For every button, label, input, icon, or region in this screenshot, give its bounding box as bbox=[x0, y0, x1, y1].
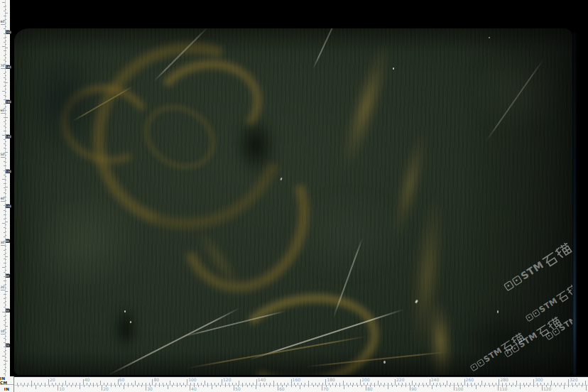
ruler-tick bbox=[5, 48, 8, 48]
slab-texture-dark-patch bbox=[447, 305, 561, 375]
ruler-tick bbox=[263, 383, 264, 385]
ruler-tick bbox=[5, 266, 6, 267]
ruler-tick bbox=[4, 170, 5, 171]
ruler-tick bbox=[291, 379, 292, 385]
slab-texture-gold-swirl bbox=[62, 28, 315, 261]
ruler-tick bbox=[572, 385, 573, 387]
ruler-tick bbox=[4, 205, 5, 206]
ruler-tick bbox=[443, 383, 444, 385]
ruler-tick bbox=[5, 305, 6, 305]
ruler-tick bbox=[4, 60, 5, 60]
ruler-label-in: 20 bbox=[1, 285, 5, 289]
ruler-tick bbox=[4, 364, 5, 365]
ruler-label-cm: 320 bbox=[570, 378, 577, 382]
ruler-tick bbox=[5, 193, 6, 194]
slab-texture-speck bbox=[393, 67, 394, 70]
ruler-tick bbox=[1, 290, 5, 290]
ruler-label-cm: 140 bbox=[6, 135, 12, 138]
ruler-tick bbox=[496, 383, 496, 385]
ruler-tick bbox=[115, 385, 116, 387]
slab-texture-gold-vein bbox=[423, 298, 457, 375]
ruler-tick bbox=[392, 385, 393, 387]
ruler-tick bbox=[315, 383, 316, 385]
ruler-tick bbox=[401, 385, 402, 387]
ruler-label-in: 90 bbox=[411, 387, 417, 391]
ruler-tick bbox=[72, 383, 73, 385]
ruler-tick bbox=[388, 385, 388, 389]
ruler-tick bbox=[5, 85, 6, 86]
ruler-label-cm: 60 bbox=[119, 378, 125, 382]
ruler-tick bbox=[124, 385, 124, 389]
ruler-tick bbox=[48, 379, 49, 385]
ruler-tick bbox=[4, 139, 5, 140]
ruler-tick bbox=[55, 383, 56, 385]
ruler-tick bbox=[4, 11, 5, 11]
ruler-tick bbox=[339, 385, 340, 387]
ruler-tick bbox=[270, 383, 271, 385]
slab-texture-dark-patch bbox=[14, 32, 114, 174]
ruler-tick bbox=[239, 381, 239, 385]
ruler-tick bbox=[454, 385, 454, 391]
ruler-tick bbox=[76, 383, 77, 385]
ruler-tick bbox=[5, 367, 6, 368]
ruler-tick bbox=[4, 320, 5, 321]
ruler-tick bbox=[5, 329, 6, 330]
ruler-tick bbox=[247, 385, 248, 387]
ruler-tick bbox=[579, 383, 579, 385]
watermark: STM bbox=[524, 281, 572, 323]
ruler-tick bbox=[256, 385, 256, 389]
ruler-tick bbox=[430, 379, 430, 385]
ruler-label-cm: 80 bbox=[6, 239, 10, 243]
ruler-tick bbox=[214, 383, 215, 385]
ruler-tick bbox=[52, 383, 53, 385]
ruler-label-cm: 160 bbox=[293, 378, 300, 382]
ruler-tick bbox=[229, 385, 230, 387]
ruler-tick bbox=[568, 379, 569, 385]
ruler-tick bbox=[4, 369, 5, 370]
ruler-unit-corner: IN CM IN bbox=[0, 376, 14, 392]
ruler-tick bbox=[5, 228, 6, 229]
ruler-tick bbox=[305, 383, 305, 385]
ruler-label-in: 20 bbox=[103, 387, 109, 391]
ruler-tick bbox=[104, 383, 104, 385]
slab-texture-gold-swirl bbox=[52, 75, 161, 174]
ruler-tick bbox=[5, 284, 6, 285]
ruler-tick bbox=[395, 379, 396, 385]
scan-edge-glow bbox=[573, 33, 576, 375]
ruler-tick bbox=[5, 350, 6, 351]
ruler-tick bbox=[528, 385, 529, 387]
ruler-tick bbox=[5, 165, 6, 166]
slab-scan-image[interactable]: STM STM STM STM STM bbox=[14, 28, 572, 375]
ruler-tick bbox=[564, 385, 565, 389]
ruler-tick bbox=[89, 385, 89, 387]
ruler-tick bbox=[472, 385, 472, 387]
ruler-tick bbox=[398, 383, 399, 385]
ruler-label-cm: 20 bbox=[50, 378, 55, 382]
ruler-tick bbox=[2, 91, 5, 92]
ruler-tick bbox=[5, 40, 6, 41]
ruler-tick bbox=[220, 385, 221, 387]
ruler-tick bbox=[21, 383, 21, 385]
ruler-label-cm: 40 bbox=[6, 309, 10, 312]
ruler-tick bbox=[5, 246, 6, 246]
ruler-tick bbox=[568, 385, 569, 387]
ruler-tick bbox=[5, 16, 6, 16]
ruler-tick bbox=[402, 383, 403, 385]
ruler-tick bbox=[284, 383, 285, 385]
ruler-tick bbox=[137, 385, 138, 387]
ruler-tick bbox=[18, 385, 18, 387]
ruler-tick bbox=[31, 385, 32, 387]
ruler-tick bbox=[516, 385, 516, 387]
ruler-tick bbox=[71, 385, 72, 387]
ruler-tick bbox=[304, 385, 305, 387]
ruler-tick bbox=[423, 385, 424, 387]
ruler-tick bbox=[317, 385, 318, 387]
ruler-tick bbox=[5, 336, 6, 337]
ruler-tick bbox=[135, 381, 136, 385]
ruler-tick bbox=[560, 385, 560, 387]
ruler-tick bbox=[146, 385, 146, 391]
slab-texture-layer bbox=[14, 28, 572, 375]
ruler-tick bbox=[251, 385, 252, 387]
ruler-label-in: 60 bbox=[279, 387, 285, 391]
ruler-tick bbox=[5, 50, 6, 51]
